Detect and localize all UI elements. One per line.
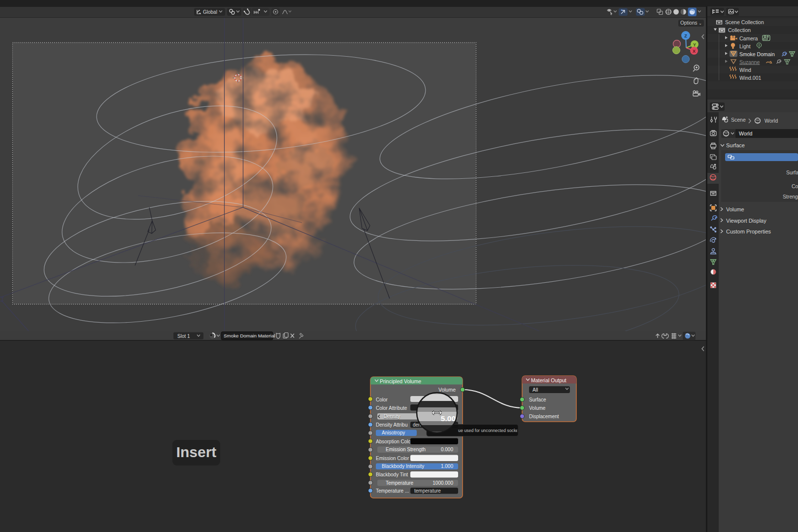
svg-text:Smoke Domain: Smoke Domain [739,51,775,57]
svg-text:Smoke Domain Material: Smoke Domain Material [224,333,275,338]
svg-text:Absorption Colo: Absorption Colo [376,439,411,444]
svg-text:Temperature ...: Temperature ... [376,488,409,494]
svg-text:Slot 1: Slot 1 [177,333,190,339]
svg-text:temperature: temperature [414,488,441,494]
svg-text:Emission Strength: Emission Strength [386,447,426,452]
svg-text:Blackbody Tint: Blackbody Tint [376,472,408,477]
svg-text:Collection: Collection [728,27,751,33]
svg-text:Density: Density [384,414,400,419]
svg-text:Anisotropy: Anisotropy [382,430,405,435]
svg-text:Color Attribute: Color Attribute [376,405,407,411]
svg-text:Strength: Strength [783,194,798,200]
svg-text:Temperature: Temperature [386,480,414,486]
svg-text:World: World [739,131,752,136]
svg-text:Suzanne: Suzanne [739,59,760,65]
svg-text:Surface: Surface [529,397,546,402]
svg-text:Volume: Volume [529,405,546,411]
svg-text:Global: Global [203,9,217,15]
svg-text:Displacement: Displacement [529,414,559,419]
svg-text:Emission Color: Emission Color [376,456,409,461]
svg-text:Density Attribu: Density Attribu [376,422,407,428]
svg-text:Principled Volume: Principled Volume [380,378,421,384]
svg-text:Custom Properties: Custom Properties [726,229,771,234]
svg-text:0.000: 0.000 [441,447,453,452]
svg-text:Light: Light [739,43,751,49]
svg-text:X: X [693,49,696,54]
svg-text:Surface: Surface [786,169,798,175]
svg-text:Z: Z [684,33,687,38]
svg-text:Scene: Scene [731,117,746,123]
svg-text:Color: Color [792,183,798,189]
svg-text:Y: Y [693,42,696,47]
svg-text:World: World [765,118,778,124]
svg-text:All: All [532,387,538,393]
svg-text:Camera: Camera [739,35,758,41]
svg-text:Volume: Volume [438,387,456,393]
svg-text:Color: Color [376,397,388,402]
svg-text:Volume: Volume [726,206,744,212]
svg-text:Viewport Display: Viewport Display [726,218,766,224]
svg-text:1.000: 1.000 [441,464,453,469]
svg-text:Surface: Surface [726,142,745,148]
svg-text:ue used for unconnected socket: ue used for unconnected socket. [458,428,521,433]
svg-text:1000.000: 1000.000 [432,480,453,486]
svg-text:5.00: 5.00 [441,414,456,423]
svg-text:Material Output: Material Output [531,377,566,383]
svg-text:Scene Collection: Scene Collection [725,19,764,25]
svg-text:Wind: Wind [739,67,751,73]
svg-text:Wind.001: Wind.001 [739,75,762,81]
svg-text:Blackbody Intensity: Blackbody Intensity [382,464,424,469]
